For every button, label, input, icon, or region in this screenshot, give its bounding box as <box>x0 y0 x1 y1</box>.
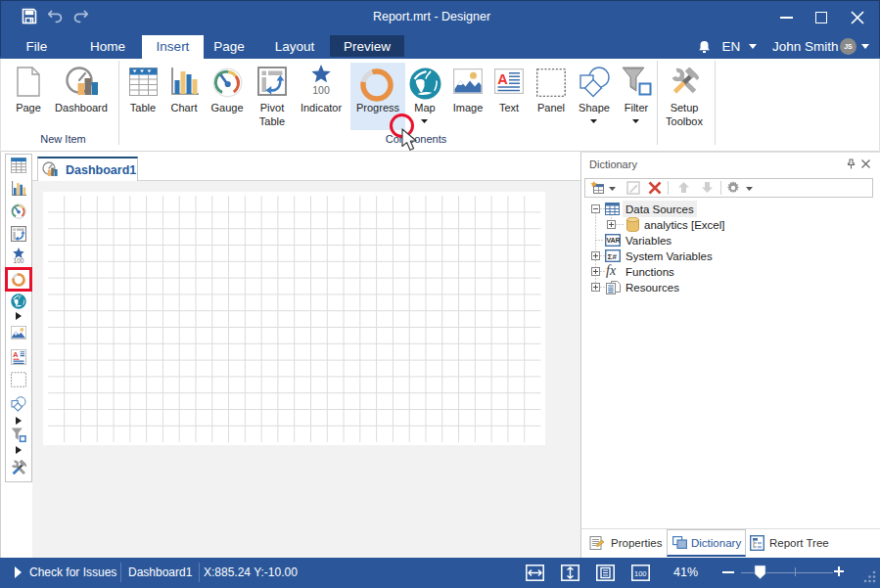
svg-text:A: A <box>13 350 19 359</box>
svg-text:VAR: VAR <box>607 237 621 244</box>
svg-text:100: 100 <box>634 569 647 578</box>
svg-text:A: A <box>497 71 508 87</box>
svg-text:Σ#: Σ# <box>608 252 618 261</box>
